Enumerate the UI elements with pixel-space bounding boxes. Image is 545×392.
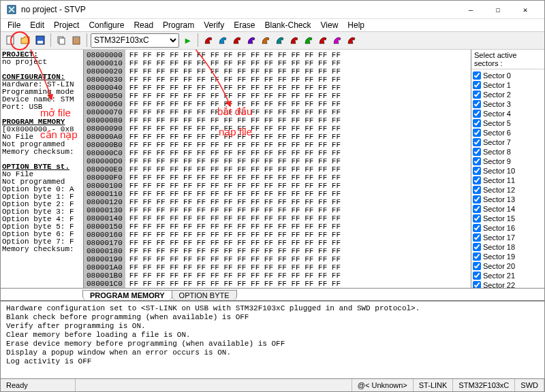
action-icon-2[interactable] [230, 33, 244, 47]
action-icon-6[interactable] [287, 33, 301, 47]
sector-checkbox[interactable] [473, 224, 481, 232]
sector-label: Sector 10 [483, 167, 515, 175]
sector-row[interactable]: Sector 2 [473, 90, 543, 99]
sector-label: Sector 18 [483, 243, 515, 251]
sector-checkbox[interactable] [473, 81, 481, 89]
action-icon-10[interactable] [345, 33, 358, 47]
sector-checkbox[interactable] [473, 148, 481, 156]
sector-row[interactable]: Sector 4 [473, 109, 543, 118]
sector-row[interactable]: Sector 8 [473, 147, 543, 157]
action-icon-9[interactable] [330, 33, 344, 47]
menu-read[interactable]: Read [129, 20, 157, 31]
menubar: FileEditProjectConfigureReadProgramVerif… [1, 19, 544, 32]
sector-row[interactable]: Sector 14 [473, 204, 543, 214]
svg-rect-7 [74, 36, 78, 38]
minimize-button[interactable]: — [457, 1, 484, 18]
action-icon-0[interactable] [202, 33, 215, 47]
sector-checkbox[interactable] [473, 281, 481, 288]
sector-checkbox[interactable] [473, 176, 481, 184]
sector-checkbox[interactable] [473, 272, 481, 280]
chip-select[interactable]: STM32F103xC [91, 33, 179, 48]
copy-icon[interactable] [54, 33, 68, 47]
sector-row[interactable]: Sector 7 [473, 137, 543, 147]
menu-configure[interactable]: Configure [84, 20, 128, 31]
action-icon-5[interactable] [273, 33, 287, 47]
sector-checkbox[interactable] [473, 100, 481, 108]
tab-option-byte[interactable]: OPTION BYTE [172, 290, 237, 300]
sector-checkbox[interactable] [473, 243, 481, 251]
svg-rect-5 [59, 38, 65, 44]
sector-checkbox[interactable] [473, 71, 481, 80]
menu-help[interactable]: Help [343, 20, 369, 31]
sector-label: Sector 2 [483, 91, 511, 99]
tab-program-memory[interactable]: PROGRAM MEMORY [82, 290, 172, 300]
action-icon-3[interactable] [245, 33, 258, 47]
status-chip: STM32F103xC [453, 379, 515, 391]
sector-checkbox[interactable] [473, 186, 481, 194]
menu-program[interactable]: Program [159, 20, 198, 31]
new-icon[interactable] [3, 33, 17, 47]
sector-row[interactable]: Sector 0 [473, 71, 543, 80]
status-proto: SWD [515, 379, 544, 391]
sector-label: Sector 12 [483, 186, 515, 194]
sector-checkbox[interactable] [473, 233, 481, 242]
sector-row[interactable]: Sector 18 [473, 242, 543, 252]
sector-row[interactable]: Sector 17 [473, 233, 543, 242]
sector-checkbox[interactable] [473, 110, 481, 118]
menu-file[interactable]: File [3, 20, 25, 31]
bytes-column: FF FF FF FF FF FF FF FF FF FF FF FF FF F… [125, 50, 345, 288]
sector-label: Sector 4 [483, 110, 511, 118]
hex-view[interactable]: 08000000 08000010 08000020 08000030 0800… [84, 50, 471, 288]
sector-row[interactable]: Sector 10 [473, 166, 543, 176]
maximize-button[interactable]: ☐ [484, 1, 512, 18]
sector-row[interactable]: Sector 13 [473, 195, 543, 204]
sector-row[interactable]: Sector 12 [473, 185, 543, 195]
sector-checkbox[interactable] [473, 205, 481, 213]
menu-edit[interactable]: Edit [26, 20, 48, 31]
sector-checkbox[interactable] [473, 195, 481, 203]
log-panel[interactable]: Hardware configuration set to <ST-LINK o… [1, 300, 544, 378]
action-icon-1[interactable] [216, 33, 230, 47]
menu-blank-check[interactable]: Blank-Check [261, 20, 315, 31]
sector-checkbox[interactable] [473, 119, 481, 127]
menu-view[interactable]: View [317, 20, 343, 31]
sector-label: Sector 14 [483, 205, 515, 213]
go-button[interactable]: ▸ [181, 33, 194, 47]
sector-row[interactable]: Sector 22 [473, 280, 543, 288]
sector-checkbox[interactable] [473, 129, 481, 137]
menu-verify[interactable]: Verify [200, 20, 228, 31]
sector-checkbox[interactable] [473, 252, 481, 261]
sector-checkbox[interactable] [473, 167, 481, 175]
action-icon-4[interactable] [259, 33, 272, 47]
sector-checkbox[interactable] [473, 157, 481, 165]
sector-row[interactable]: Sector 19 [473, 252, 543, 261]
sector-row[interactable]: Sector 6 [473, 128, 543, 137]
sector-row[interactable]: Sector 21 [473, 271, 543, 280]
sector-row[interactable]: Sector 15 [473, 214, 543, 223]
sector-checkbox[interactable] [473, 262, 481, 270]
menu-project[interactable]: Project [50, 20, 83, 31]
sector-label: Sector 15 [483, 214, 515, 223]
sector-checkbox[interactable] [473, 214, 481, 223]
sector-row[interactable]: Sector 20 [473, 261, 543, 271]
sector-label: Sector 1 [483, 81, 511, 89]
sector-row[interactable]: Sector 11 [473, 176, 543, 185]
toolbar: STM32F103xC ▸ [1, 32, 544, 50]
status-link: ST-LINK [414, 379, 454, 391]
save-icon[interactable] [33, 33, 47, 47]
sector-row[interactable]: Sector 9 [473, 157, 543, 166]
sector-row[interactable]: Sector 3 [473, 99, 543, 109]
paste-icon[interactable] [69, 33, 83, 47]
sector-row[interactable]: Sector 1 [473, 80, 543, 90]
action-icon-8[interactable] [316, 33, 330, 47]
action-icon-7[interactable] [302, 33, 315, 47]
close-button[interactable]: ✕ [512, 1, 539, 18]
sector-row[interactable]: Sector 5 [473, 118, 543, 128]
status-ready: Ready [1, 379, 76, 391]
sector-checkbox[interactable] [473, 138, 481, 146]
open-icon[interactable] [18, 33, 32, 47]
sector-row[interactable]: Sector 16 [473, 223, 543, 233]
sector-checkbox[interactable] [473, 91, 481, 99]
sectors-panel: Select active sectors : Sector 0Sector 1… [471, 50, 544, 288]
menu-erase[interactable]: Erase [230, 20, 259, 31]
